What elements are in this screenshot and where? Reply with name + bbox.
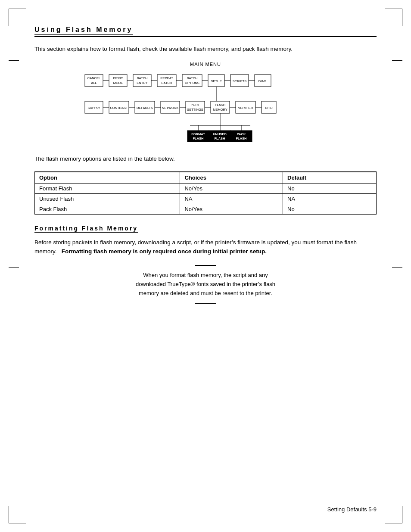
svg-text:DEFAULTS: DEFAULTS [137,106,153,110]
svg-text:MEMORY: MEMORY [213,108,227,112]
col-header-option: Option [35,172,180,184]
footer: Setting Defaults 5-9 [327,506,377,513]
side-mark-right-top [392,60,402,61]
svg-text:PORT: PORT [191,103,200,107]
row3-choices: No/Yes [180,204,283,214]
svg-text:BATCH: BATCH [187,76,198,80]
svg-text:CANCEL: CANCEL [87,76,100,80]
svg-text:FLASH: FLASH [215,137,225,140]
svg-text:DIAG.: DIAG. [258,79,267,83]
svg-text:BATCH: BATCH [162,81,172,85]
svg-text:SETUP: SETUP [211,79,221,83]
row2-default: NA [283,193,377,204]
table-row: Unused Flash NA NA [35,193,377,204]
svg-text:BATCH: BATCH [137,76,148,80]
row1-choices: No/Yes [180,183,283,193]
corner-mark-tr [385,9,402,26]
svg-text:FLASH: FLASH [215,103,225,107]
svg-text:FLASH: FLASH [193,137,204,140]
row1-default: No [283,183,377,193]
svg-text:ENTRY: ENTRY [137,81,147,85]
table-intro: The flash memory options are listed in t… [34,155,377,164]
options-table: Option Choices Default Format Flash No/Y… [34,171,377,215]
svg-text:FORMAT: FORMAT [191,132,205,136]
svg-text:SCRIPTS: SCRIPTS [233,79,247,83]
svg-text:NETWORK: NETWORK [162,106,178,110]
svg-text:ALL: ALL [91,81,97,85]
svg-text:OPTIONS: OPTIONS [185,81,199,85]
side-mark-left-top [9,60,19,61]
note-box: When you format flash memory, the script… [124,265,287,304]
side-mark-right-mid [392,267,402,268]
corner-mark-tl [9,9,26,26]
svg-text:SETTINGS: SETTINGS [187,108,203,112]
row3-option: Pack Flash [35,204,180,214]
svg-text:PRINT: PRINT [113,76,123,80]
menu-diagram: MAIN MENU CANCEL ALL PRINT MODE BATCH EN… [34,62,377,148]
svg-text:RFID: RFID [265,106,273,110]
page: Using Flash Memory This section explains… [0,0,411,532]
section-title: Using Flash Memory [34,26,377,37]
svg-text:FLASH: FLASH [236,137,247,140]
row1-option: Format Flash [35,183,180,193]
sub-section-title: Formatting Flash Memory [34,225,377,232]
menu-label: MAIN MENU [190,62,221,67]
body-text: Before storing packets in flash memory, … [34,238,377,256]
svg-text:UNUSED: UNUSED [213,132,227,136]
body-text-bold: Formatting flash memory is only required… [62,248,267,255]
svg-text:VERIFIER: VERIFIER [238,106,253,110]
col-header-choices: Choices [180,172,283,184]
svg-text:PACK: PACK [237,132,246,136]
row2-choices: NA [180,193,283,204]
svg-text:CONTRAST: CONTRAST [110,106,128,110]
intro-text: This section explains how to format flas… [34,45,377,54]
corner-mark-bl [9,506,26,523]
menu-diagram-svg: CANCEL ALL PRINT MODE BATCH ENTRY REPEAT… [81,70,330,148]
svg-text:MODE: MODE [113,81,123,85]
table-row: Pack Flash No/Yes No [35,204,377,214]
corner-mark-br [385,506,402,523]
svg-text:REPEAT: REPEAT [160,76,173,80]
col-header-default: Default [283,172,377,184]
table-row: Format Flash No/Yes No [35,183,377,193]
row2-option: Unused Flash [35,193,180,204]
note-text: When you format flash memory, the script… [136,272,275,296]
svg-text:SUPPLY: SUPPLY [87,106,100,110]
row3-default: No [283,204,377,214]
side-mark-left-mid [9,267,19,268]
